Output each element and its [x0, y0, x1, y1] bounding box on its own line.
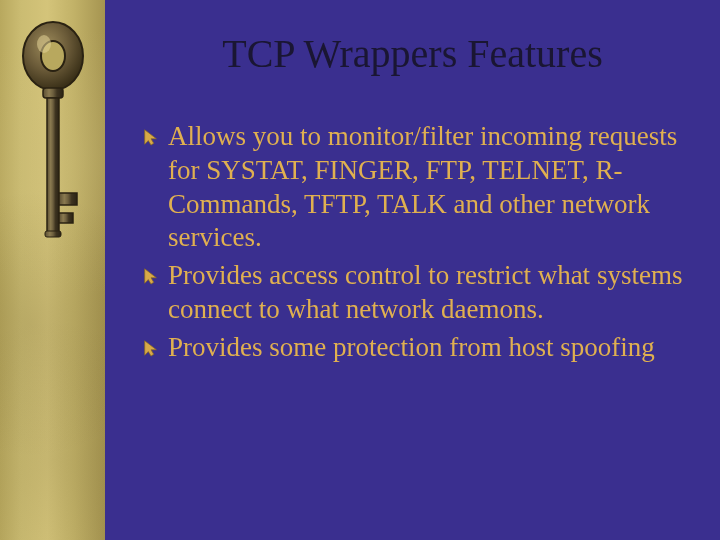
svg-rect-3 [43, 88, 63, 98]
key-icon [18, 18, 88, 268]
pointer-icon [140, 261, 162, 291]
svg-rect-5 [59, 193, 77, 205]
bullet-list: Allows you to monitor/filter incoming re… [140, 120, 692, 368]
svg-rect-6 [59, 213, 73, 223]
svg-point-2 [37, 35, 51, 53]
bullet-text: Allows you to monitor/filter incoming re… [168, 120, 692, 255]
pointer-icon [140, 333, 162, 363]
decorative-left-strip [0, 0, 105, 540]
bullet-text: Provides some protection from host spoof… [168, 331, 655, 365]
svg-rect-7 [45, 231, 61, 237]
pointer-icon [140, 122, 162, 152]
list-item: Provides some protection from host spoof… [140, 331, 692, 365]
slide-title: TCP Wrappers Features [105, 30, 720, 77]
svg-rect-4 [47, 98, 59, 233]
list-item: Allows you to monitor/filter incoming re… [140, 120, 692, 255]
bullet-text: Provides access control to restrict what… [168, 259, 692, 327]
list-item: Provides access control to restrict what… [140, 259, 692, 327]
